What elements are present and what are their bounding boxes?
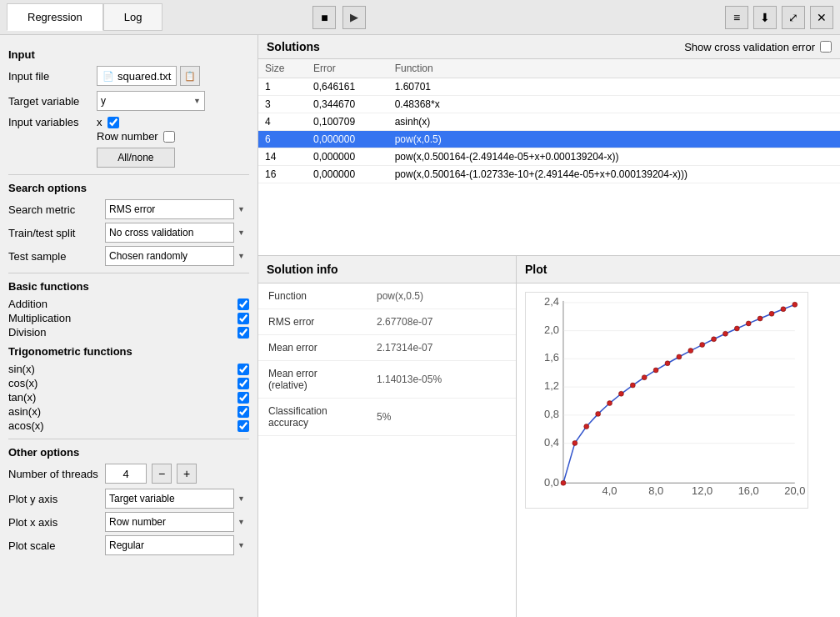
run-button[interactable]: ▶	[342, 6, 366, 29]
table-row[interactable]: 14 0,000000 pow(x,0.500164-(2.49144e-05+…	[258, 148, 840, 166]
cell-error: 0,000000	[307, 131, 388, 148]
input-variables-row: Input variables x Row number All/none	[8, 116, 249, 168]
solutions-title: Solutions	[267, 40, 320, 53]
plot-data-point	[572, 440, 578, 445]
info-row: Mean error 2.17314e-07	[258, 335, 516, 361]
table-row[interactable]: 1 0,646161 1.60701	[258, 78, 840, 96]
info-value: 2.17314e-07	[367, 335, 516, 361]
cell-function: pow(x,0.500164-(1.02733e-10+(2.49144e-05…	[388, 166, 840, 183]
plot-data-point	[746, 321, 751, 326]
cell-function: pow(x,0.5)	[388, 131, 840, 148]
test-sample-label: Test sample	[8, 250, 100, 263]
func-acosx: acos(x)	[8, 419, 249, 432]
func-division-checkbox[interactable]	[238, 327, 249, 339]
var-x-label: x	[97, 116, 102, 128]
var-rownumber-label: Row number	[97, 130, 158, 143]
target-variable-select-wrap: y	[97, 91, 205, 111]
info-label: Mean error (relative)	[258, 361, 367, 399]
var-rownumber-checkbox[interactable]	[163, 131, 175, 143]
basic-funcs-group: Addition Multiplication Division	[8, 298, 249, 339]
svg-text:8,0: 8,0	[648, 484, 663, 497]
svg-text:0,8: 0,8	[544, 408, 559, 420]
func-sinx-label: sin(x)	[8, 363, 35, 375]
stop-button[interactable]: ■	[312, 6, 336, 29]
info-label: Mean error	[258, 335, 367, 361]
plot-svg: 2,4 2,0 1,6 1,2 0,8 0,4 0,0	[525, 292, 808, 509]
solutions-table-container: Size Error Function 1 0,646161 1.60701 3…	[258, 59, 840, 183]
plot-y-select[interactable]: Target variable Predicted Residuals	[105, 489, 234, 509]
cross-val-label: Show cross validation error	[684, 41, 815, 53]
func-tanx-label: tan(x)	[8, 391, 36, 404]
plot-x-wrap: Row number x y	[105, 512, 249, 532]
table-row[interactable]: 3 0,344670 0.48368*x	[258, 96, 840, 113]
bottom-area: Solution info Function pow(x,0.5) RMS er…	[258, 256, 840, 617]
threads-input[interactable]: 4	[105, 464, 147, 484]
svg-text:2,0: 2,0	[544, 324, 559, 336]
trig-functions-title: Trigonometric functions	[8, 345, 249, 358]
func-multiplication: Multiplication	[8, 312, 249, 324]
table-row[interactable]: 4 0,100709 asinh(x)	[258, 113, 840, 131]
plot-data-point	[561, 480, 566, 485]
var-x-checkbox[interactable]	[108, 117, 119, 128]
info-label: RMS error	[258, 309, 367, 335]
svg-text:2,4: 2,4	[544, 295, 559, 308]
threads-increase-button[interactable]: +	[177, 464, 197, 484]
test-sample-select[interactable]: Chosen randomly Last 10% Last 20% Last 3…	[105, 246, 234, 266]
col-size: Size	[258, 59, 307, 78]
plot-data-point	[653, 368, 658, 373]
table-row[interactable]: 6 0,000000 pow(x,0.5)	[258, 131, 840, 148]
plot-x-select[interactable]: Row number x y	[105, 512, 234, 532]
threads-decrease-button[interactable]: −	[152, 464, 172, 484]
svg-text:20,0: 20,0	[784, 484, 805, 497]
cell-function: asinh(x)	[388, 113, 840, 131]
func-multiplication-checkbox[interactable]	[238, 313, 249, 324]
download-button[interactable]: ⬇	[753, 6, 777, 29]
plot-data-point	[769, 311, 774, 316]
expand-button[interactable]: ⤢	[782, 6, 805, 29]
input-var-x: x	[97, 116, 175, 128]
search-metric-select[interactable]: RMS error Mean error Max error	[105, 199, 234, 219]
close-button[interactable]: ✕	[810, 6, 833, 29]
file-icon: 📄	[102, 71, 114, 82]
func-sinx-checkbox[interactable]	[238, 364, 249, 375]
func-cosx-checkbox[interactable]	[238, 378, 249, 389]
input-file-label: Input file	[8, 70, 92, 83]
input-var-rownumber: Row number	[97, 130, 175, 143]
info-row: Function pow(x,0.5)	[258, 283, 516, 309]
top-bar: Regression Log ■ ▶ ≡ ⬇ ⤢ ✕	[0, 0, 840, 35]
svg-text:1,6: 1,6	[544, 351, 559, 364]
main-layout: Input Input file 📄 squared.txt 📋 Target …	[0, 35, 840, 617]
threads-row: Number of threads 4 − +	[8, 464, 249, 484]
info-value: pow(x,0.5)	[367, 283, 516, 309]
train-test-select[interactable]: No cross validation 2-fold 5-fold 10-fol…	[105, 223, 234, 243]
menu-button[interactable]: ≡	[725, 6, 748, 29]
info-value: 2.67708e-07	[367, 309, 516, 335]
tab-regression[interactable]: Regression	[7, 3, 103, 31]
input-file-row: Input file 📄 squared.txt 📋	[8, 66, 249, 86]
func-acosx-checkbox[interactable]	[238, 420, 249, 432]
func-addition-checkbox[interactable]	[238, 298, 249, 310]
train-test-label: Train/test split	[8, 227, 100, 239]
tab-log[interactable]: Log	[103, 3, 163, 31]
col-error: Error	[307, 59, 388, 78]
plot-data-point	[758, 316, 762, 321]
target-variable-select[interactable]: y	[97, 91, 205, 111]
func-tanx-checkbox[interactable]	[238, 392, 249, 404]
func-asinx-checkbox[interactable]	[238, 406, 249, 418]
func-division-label: Division	[8, 326, 47, 339]
plot-scale-select[interactable]: Regular Log X Log Y Log XY	[105, 535, 234, 555]
func-cosx-label: cos(x)	[8, 377, 38, 389]
table-row[interactable]: 16 0,000000 pow(x,0.500164-(1.02733e-10+…	[258, 166, 840, 183]
plot-content: 2,4 2,0 1,6 1,2 0,8 0,4 0,0	[517, 283, 840, 519]
plot-options-grid: Plot y axis Target variable Predicted Re…	[8, 489, 249, 555]
cell-size: 1	[258, 78, 307, 96]
info-value: 1.14013e-05%	[367, 361, 516, 399]
all-none-button[interactable]: All/none	[97, 148, 175, 168]
solutions-area: Solutions Show cross validation error Si…	[258, 35, 840, 256]
cross-val-checkbox[interactable]	[820, 41, 832, 53]
search-metric-wrap: RMS error Mean error Max error	[105, 199, 249, 219]
svg-text:12,0: 12,0	[692, 484, 712, 497]
basic-functions-title: Basic functions	[8, 280, 249, 293]
file-display[interactable]: 📄 squared.txt	[97, 66, 177, 86]
copy-button[interactable]: 📋	[180, 66, 200, 86]
